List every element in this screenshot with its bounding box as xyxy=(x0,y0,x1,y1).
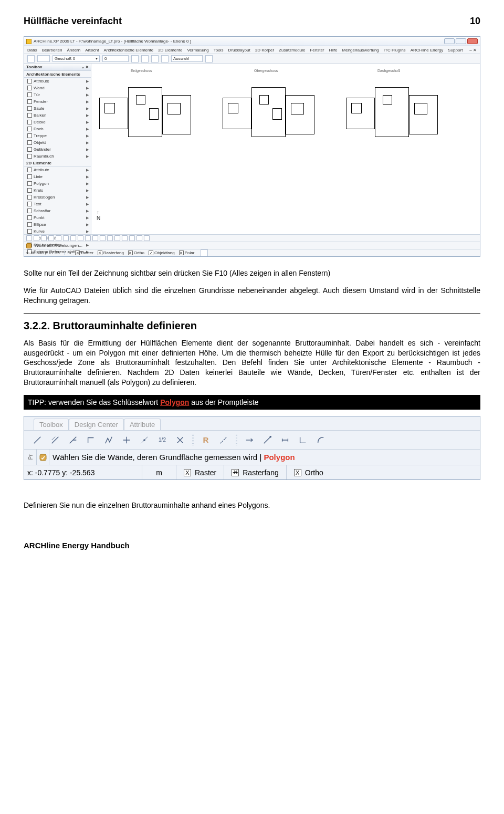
menu-arch-elemente[interactable]: Architektonische Elemente xyxy=(103,48,153,53)
tool-icon[interactable] xyxy=(85,235,91,241)
maximize-button[interactable] xyxy=(456,38,466,44)
menu-3d-koerper[interactable]: 3D Körper xyxy=(255,48,274,53)
zigzag-icon[interactable] xyxy=(103,434,114,446)
menu-tools[interactable]: Tools xyxy=(214,48,224,53)
tree-item[interactable]: Dach▶ xyxy=(24,126,91,132)
status-raster[interactable]: ✕Raster xyxy=(75,251,93,255)
line2-icon[interactable] xyxy=(49,434,61,446)
menu-bearbeiten[interactable]: Bearbeiten xyxy=(42,48,62,53)
xy-icon[interactable] xyxy=(297,434,309,446)
tree-item[interactable]: Ellipse▶ xyxy=(24,221,91,228)
tree-item[interactable]: Säule▶ xyxy=(24,105,91,112)
tool-icon[interactable] xyxy=(92,235,98,241)
tool-icon[interactable] xyxy=(34,235,39,241)
tree-item[interactable]: Punkt▶ xyxy=(24,214,91,221)
menu-mengenauswertung[interactable]: Mengenauswertung xyxy=(342,48,379,53)
tree-item[interactable]: Attribute▶ xyxy=(24,78,91,85)
status-raster[interactable]: X Raster xyxy=(176,465,224,479)
auswahl-dropdown[interactable]: Auswahl xyxy=(171,55,203,62)
tree-item[interactable]: Kurve▶ xyxy=(24,228,91,235)
menu-fenster[interactable]: Fenster xyxy=(310,48,324,53)
menu-datei[interactable]: Datei xyxy=(27,48,37,53)
tree-item[interactable]: Tür▶ xyxy=(24,91,91,98)
menu-itc-plugins[interactable]: ITC PlugIns xyxy=(384,48,406,53)
status-rasterfang[interactable]: ✕Rasterfang xyxy=(98,251,124,255)
tree-item[interactable]: Wand▶ xyxy=(24,85,91,91)
menu-ansicht[interactable]: Ansicht xyxy=(85,48,99,53)
status-rasterfang[interactable]: ✕ Rasterfang xyxy=(224,465,286,479)
tree-item[interactable]: Geländer▶ xyxy=(24,146,91,153)
toolbar-button[interactable] xyxy=(131,55,139,62)
angle-icon[interactable] xyxy=(67,434,79,446)
close-button[interactable] xyxy=(467,38,478,44)
menu-support[interactable]: Support xyxy=(448,48,463,53)
toolbar-value-input[interactable]: 0 xyxy=(102,55,129,62)
tool-icon[interactable] xyxy=(70,235,76,241)
tool-icon[interactable] xyxy=(100,235,106,241)
half-icon[interactable]: 1/2 xyxy=(156,434,168,446)
status-objektfang[interactable]: ✓Objektfang xyxy=(149,251,175,255)
tree-item[interactable]: Fenster▶ xyxy=(24,98,91,105)
tool-icon[interactable] xyxy=(122,235,128,241)
toolbar-button[interactable] xyxy=(141,55,149,62)
menu-drucklayout[interactable]: Drucklayout xyxy=(228,48,250,53)
toolbar-button[interactable] xyxy=(205,55,213,62)
menu-vermassung[interactable]: Vermaßung xyxy=(187,48,208,53)
tab-toolbox[interactable]: Toolbox xyxy=(34,419,69,430)
arc-icon[interactable] xyxy=(315,434,327,446)
tool-icon[interactable] xyxy=(26,235,32,241)
tree-item[interactable]: Treppe▶ xyxy=(24,132,91,139)
tree-item[interactable]: Raumbuch▶ xyxy=(24,153,91,160)
line-icon[interactable] xyxy=(32,434,43,446)
diag-icon[interactable] xyxy=(261,434,273,446)
tool-icon[interactable] xyxy=(48,235,54,241)
tool-icon[interactable] xyxy=(144,235,150,241)
toolbar-button[interactable] xyxy=(151,55,159,62)
toolbar-button[interactable] xyxy=(161,55,169,62)
dashed-icon[interactable] xyxy=(218,434,229,446)
tool-icon[interactable] xyxy=(41,235,47,241)
tool-icon[interactable] xyxy=(136,235,142,241)
tab-attribute[interactable]: Attribute xyxy=(124,419,161,430)
cross-icon[interactable] xyxy=(174,434,186,446)
minimize-button[interactable] xyxy=(444,38,455,44)
status-button[interactable] xyxy=(201,249,208,257)
tree-item[interactable]: Polygon▶ xyxy=(24,180,91,187)
menu-archline-energy[interactable]: ARCHline Energy xyxy=(411,48,444,53)
tree-item[interactable]: Linie▶ xyxy=(24,173,91,180)
tree-item[interactable]: Text▶ xyxy=(24,201,91,207)
tool-icon[interactable] xyxy=(63,235,69,241)
direction-icon[interactable] xyxy=(244,434,255,446)
tree-item[interactable]: Decke▶ xyxy=(24,119,91,126)
tree-item[interactable]: OLE Objekt▶ xyxy=(24,255,91,257)
menu-aendern[interactable]: Ändern xyxy=(67,48,80,53)
group-arch-elemente[interactable]: Architektonische Elemente xyxy=(24,71,91,78)
tree-item[interactable]: Attribute▶ xyxy=(24,166,91,173)
tree-item[interactable]: Kreisbogen▶ xyxy=(24,194,91,201)
menu-zusatzmodule[interactable]: Zusatzmodule xyxy=(279,48,305,53)
tool-icon[interactable] xyxy=(56,235,61,241)
corner-icon[interactable] xyxy=(85,434,97,446)
status-ortho[interactable]: ✕Ortho xyxy=(128,251,144,255)
measure-icon[interactable] xyxy=(279,434,291,446)
perp-icon[interactable] xyxy=(121,434,132,446)
r-icon[interactable]: R xyxy=(200,434,212,446)
tool-icon[interactable] xyxy=(78,235,83,241)
tool-icon[interactable] xyxy=(114,235,120,241)
group-2d-elemente[interactable]: 2D Elemente xyxy=(24,160,91,166)
tree-item[interactable]: Kreis▶ xyxy=(24,187,91,194)
tab-design-center[interactable]: Design Center xyxy=(69,419,124,430)
tool-icon[interactable] xyxy=(107,235,113,241)
toolbar-color[interactable] xyxy=(37,55,50,62)
status-polar[interactable]: ✕Polar xyxy=(179,251,195,255)
subwindow-controls[interactable]: – ✕ xyxy=(469,48,477,53)
status-ortho[interactable]: X Ortho xyxy=(287,465,331,479)
tool-icon[interactable] xyxy=(129,235,135,241)
drawing-canvas[interactable]: Erdgeschoss Obergeschoss Dachgeschoß xyxy=(91,64,480,234)
toolbar-button[interactable] xyxy=(27,55,35,62)
tree-item[interactable]: Balken▶ xyxy=(24,112,91,119)
tree-item[interactable]: Objekt▶ xyxy=(24,139,91,146)
geschoss-dropdown[interactable]: Geschoß 0▾ xyxy=(52,55,100,62)
tree-item[interactable]: Schraffur▶ xyxy=(24,207,91,214)
menu-2d-elemente[interactable]: 2D Elemente xyxy=(158,48,182,53)
